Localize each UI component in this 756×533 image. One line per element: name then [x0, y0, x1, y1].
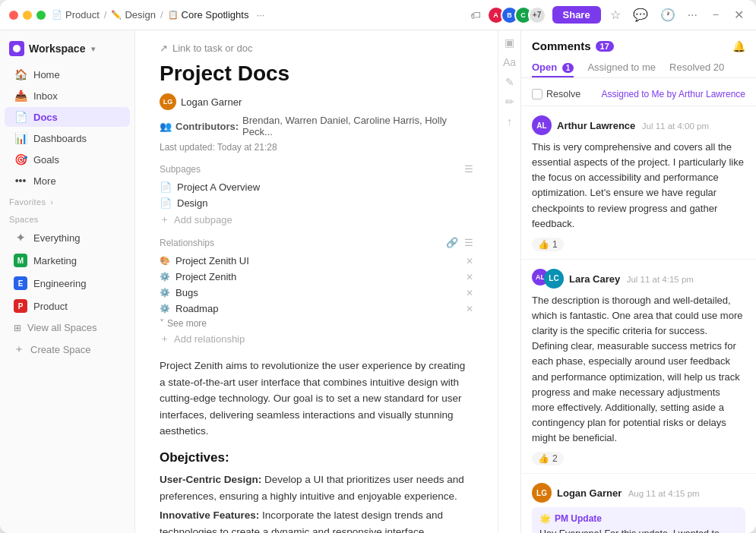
breadcrumb-product[interactable]: 📄 Product [52, 9, 100, 20]
comments-header: Comments 17 🔔 [521, 30, 756, 52]
sidebar-item-more[interactable]: ••• More [5, 171, 130, 191]
comments-tabs: Open 1 Assigned to me Resolved 20 [521, 52, 756, 78]
more-options-button[interactable]: ··· [685, 7, 701, 24]
link-to-doc[interactable]: ↗ Link to task or doc [160, 43, 473, 54]
subpages-options-icon[interactable]: ☰ [464, 163, 473, 175]
comment-logan-garner: LG Logan Garner Aug 11 at 4:15 pm 🌟 PM U… [521, 474, 756, 533]
favorites-label: Favorites › [0, 191, 134, 209]
product-badge: P [14, 299, 27, 313]
objective-1: User-Centric Design: Develop a UI that p… [160, 472, 473, 504]
doc-toolbar: ▣ Aa ✎ ✏ ↑ [498, 30, 520, 533]
rel-icon-4: ⚙️ [160, 304, 170, 314]
relationships-grid-icon[interactable]: ☰ [464, 237, 473, 248]
pm-update-card: 🌟 PM Update Hey Everyone! For this updat… [532, 507, 745, 533]
pm-update-label: 🌟 PM Update [539, 513, 738, 524]
dashboards-icon: 📊 [14, 132, 27, 144]
view-all-spaces-button[interactable]: ⊞ View all Spaces [5, 318, 130, 337]
comment-3-time: Aug 11 at 4:15 pm [628, 489, 700, 498]
objectives-heading: Obejctives: [160, 450, 473, 465]
resolve-checkbox[interactable] [532, 89, 542, 99]
see-more-button[interactable]: ˅ See more [160, 317, 473, 330]
relationships-link-icon[interactable]: 🔗 [446, 237, 458, 248]
objectives-list: User-Centric Design: Develop a UI that p… [160, 472, 473, 533]
close-button[interactable] [9, 11, 18, 20]
title-bar-actions: 🏷 A B C +7 Share ☆ 💬 🕐 ··· － ✕ [470, 5, 747, 24]
tag-icon[interactable]: 🏷 [470, 9, 481, 21]
author-avatar: LG [160, 93, 176, 110]
doc-body-intro: Project Zenith aims to revolutionize the… [160, 358, 473, 440]
comment-2-reaction[interactable]: 👍 2 [532, 452, 564, 465]
sidebar-item-goals[interactable]: 🎯 Goals [5, 150, 130, 169]
layout-icon[interactable]: ▣ [505, 36, 514, 49]
share-doc-icon[interactable]: ↑ [507, 115, 512, 128]
comment-1-time: Jul 11 at 4:00 pm [642, 121, 709, 131]
rel-remove-4[interactable]: ✕ [466, 304, 473, 314]
add-subpage-button[interactable]: ＋ Add subpage [160, 211, 473, 228]
rel-project-zenith: ⚙️ Project Zenith ✕ [160, 269, 473, 285]
create-space-button[interactable]: ＋ Create Space [5, 339, 130, 360]
pm-update-text: Hey Everyone! For this update, I wanted … [539, 527, 738, 533]
breadcrumb-more[interactable]: ··· [256, 9, 264, 20]
sidebar-item-engineering[interactable]: E Engineering [5, 273, 130, 294]
edit-icon[interactable]: ✎ [505, 76, 514, 88]
sidebar-item-docs[interactable]: 📄 Docs [5, 107, 130, 127]
breadcrumb-design[interactable]: ✏️ Design [111, 9, 155, 20]
comment-1-reaction[interactable]: 👍 1 [532, 238, 564, 251]
comment-3-avatar: LG [532, 483, 552, 503]
sidebar-item-home[interactable]: 🏠 Home [5, 65, 130, 84]
breadcrumb: 📄 Product / ✏️ Design / 📋 Core Spotlight… [52, 9, 464, 20]
sidebar-item-product[interactable]: P Product [5, 295, 130, 317]
tab-resolved[interactable]: Resolved 20 [669, 58, 724, 77]
font-icon[interactable]: Aa [503, 56, 516, 68]
minimize-button[interactable] [23, 11, 32, 20]
tab-assigned-to-me[interactable]: Assigned to me [587, 58, 656, 77]
rel-icon-1: 🎨 [160, 256, 170, 266]
sidebar-item-marketing[interactable]: M Marketing [5, 250, 130, 271]
subpage-design[interactable]: 📄 Design [160, 195, 473, 211]
everything-icon: ✦ [14, 231, 27, 244]
comments-title-area: Comments 17 [532, 39, 614, 52]
comment-1-author-row: AL Arthur Lawrence Jul 11 at 4:00 pm [532, 115, 745, 135]
sidebar-item-inbox[interactable]: 📥 Inbox [5, 86, 130, 106]
objective-2: Innovative Features: Incorporate the lat… [160, 507, 473, 533]
rel-remove-3[interactable]: ✕ [466, 288, 473, 298]
contributors-icon: 👥 [160, 121, 172, 132]
design-icon: ✏️ [111, 10, 122, 20]
sidebar-item-everything[interactable]: ✦ Everything [5, 227, 130, 248]
comment-icon-btn[interactable]: 💬 [630, 6, 651, 24]
subpages-section-header: Subpages ☰ [160, 163, 473, 175]
doc-author: LG Logan Garner [160, 93, 473, 110]
see-more-chevron-icon: ˅ [160, 318, 164, 329]
resolve-button[interactable]: Resolve [532, 89, 580, 99]
breadcrumb-core-spotlights[interactable]: 📋 Core Spotlights [168, 9, 249, 20]
clock-icon-btn[interactable]: 🕐 [657, 6, 679, 24]
share-button[interactable]: Share [552, 6, 601, 24]
avatar-stack: A B C +7 [487, 6, 546, 24]
comment-arthur-lawrence: AL Arthur Lawrence Jul 11 at 4:00 pm Thi… [521, 106, 756, 260]
sidebar-item-dashboards[interactable]: 📊 Dashboards [5, 128, 130, 148]
comment-1-avatar: AL [532, 115, 552, 135]
subpage-project-a-overview[interactable]: 📄 Project A Overview [160, 179, 473, 195]
rel-remove-1[interactable]: ✕ [466, 256, 473, 266]
plus-icon: ＋ [14, 342, 24, 356]
edit2-icon[interactable]: ✏ [505, 96, 514, 108]
rel-remove-2[interactable]: ✕ [466, 272, 473, 282]
comment-2-avatars: AL LC [532, 269, 564, 289]
view-all-spaces-icon: ⊞ [14, 323, 21, 333]
avatar-count: +7 [528, 6, 546, 24]
add-relationship-button[interactable]: ＋ Add relationship [160, 330, 473, 347]
comments-bell-icon[interactable]: 🔔 [732, 40, 745, 52]
doc-content: ↗ Link to task or doc Project Docs LG Lo… [135, 30, 498, 533]
minimize-window-button[interactable]: － [707, 5, 725, 24]
sidebar: Workspace ▾ 🏠 Home 📥 Inbox 📄 Docs 📊 Dash… [0, 30, 135, 533]
engineering-badge: E [14, 276, 27, 290]
product-icon: 📄 [52, 10, 62, 20]
workspace-selector[interactable]: Workspace ▾ [0, 36, 134, 64]
comments-list: Resolve Assigned to Me by Arthur Lawrenc… [521, 78, 756, 533]
rel-project-zenith-ui: 🎨 Project Zenith UI ✕ [160, 253, 473, 269]
maximize-button[interactable] [36, 11, 46, 20]
close-window-button[interactable]: ✕ [731, 6, 747, 24]
subpages-label: Subpages [160, 164, 201, 175]
tab-open[interactable]: Open 1 [532, 58, 574, 77]
star-button[interactable]: ☆ [607, 6, 624, 24]
